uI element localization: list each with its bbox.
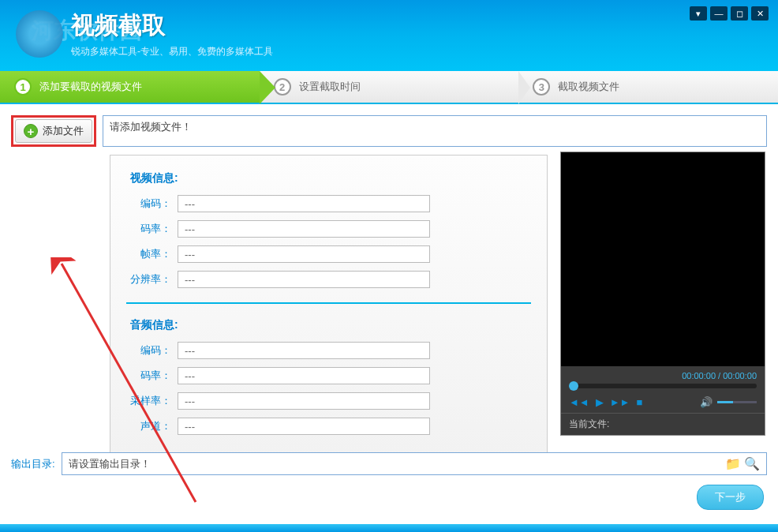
step-2-label: 设置截取时间 (299, 80, 361, 94)
video-codec-value: --- (178, 195, 430, 212)
video-bitrate-label: 码率： (130, 222, 178, 236)
video-resolution-row: 分辨率： --- (130, 271, 527, 288)
minimize-button[interactable]: — (710, 6, 728, 21)
browse-folder-icon[interactable]: 📁 (725, 456, 741, 471)
volume-slider[interactable] (717, 401, 757, 403)
divider (126, 302, 531, 304)
audio-info-title: 音频信息: (130, 318, 527, 332)
preview-controls: 00:00:00 / 00:00:00 ◄◄ ▶ ►► ■ 🔊 (561, 366, 765, 413)
play-icon[interactable]: ▶ (596, 396, 604, 408)
step-1-label: 添加要截取的视频文件 (39, 80, 142, 94)
window-controls: ▾ — ◻ ✕ (690, 6, 769, 21)
steps-bar: 1 添加要截取的视频文件 2 设置截取时间 3 截取视频文件 (0, 71, 778, 104)
file-path-field[interactable]: 请添加视频文件！ (103, 115, 767, 147)
add-file-label: 添加文件 (43, 124, 84, 138)
search-icon[interactable]: 🔍 (744, 456, 760, 471)
volume-icon[interactable]: 🔊 (700, 396, 713, 408)
audio-codec-value: --- (178, 342, 430, 359)
next-button[interactable]: 下一步 (697, 485, 764, 510)
plus-icon: + (24, 124, 38, 138)
dropdown-button[interactable]: ▾ (690, 6, 707, 21)
step-3-label: 截取视频文件 (558, 80, 619, 94)
preview-panel: 00:00:00 / 00:00:00 ◄◄ ▶ ►► ■ 🔊 当前文件: (560, 152, 765, 436)
video-fps-label: 帧率： (130, 247, 178, 261)
current-file-label: 当前文件: (569, 418, 609, 431)
video-info-title: 视频信息: (130, 171, 527, 185)
bottom-accent-bar (0, 524, 778, 532)
close-button[interactable]: ✕ (751, 6, 769, 21)
step-2-number: 2 (274, 78, 291, 96)
current-file-row: 当前文件: (561, 413, 765, 435)
rewind-icon[interactable]: ◄◄ (569, 396, 589, 408)
main-content: + 添加文件 请添加视频文件！ 视频信息: 编码： --- 码率： --- 帧率… (0, 104, 778, 532)
info-panel: 视频信息: 编码： --- 码率： --- 帧率： --- 分辨率： --- 音… (110, 155, 548, 455)
time-display: 00:00:00 / 00:00:00 (569, 371, 757, 380)
output-placeholder: 请设置输出目录！ (69, 457, 722, 471)
app-title: 视频截取 (71, 9, 273, 42)
audio-bitrate-row: 码率： --- (130, 367, 527, 384)
maximize-button[interactable]: ◻ (731, 6, 748, 21)
video-bitrate-row: 码率： --- (130, 220, 527, 238)
video-resolution-value: --- (178, 271, 430, 288)
video-resolution-label: 分辨率： (130, 272, 178, 287)
app-logo-icon (16, 10, 63, 58)
fastforward-icon[interactable]: ►► (610, 396, 630, 408)
step-1-number: 1 (14, 78, 32, 96)
output-label: 输出目录: (11, 457, 55, 471)
stop-icon[interactable]: ■ (636, 396, 642, 408)
output-row: 输出目录: 请设置输出目录！ 📁 🔍 (11, 452, 767, 475)
video-codec-row: 编码： --- (130, 195, 527, 212)
audio-samplerate-row: 采样率： --- (130, 392, 527, 410)
audio-samplerate-value: --- (178, 392, 430, 410)
step-3[interactable]: 3 截取视频文件 (518, 71, 778, 103)
header: 河东软件园 视频截取 锐动多媒体工具-专业、易用、免费的多媒体工具 ▾ — ◻ … (0, 0, 778, 71)
video-bitrate-value: --- (178, 220, 430, 238)
audio-channels-row: 声道： --- (130, 418, 527, 435)
video-fps-row: 帧率： --- (130, 245, 527, 263)
audio-bitrate-label: 码率： (130, 369, 178, 383)
audio-channels-value: --- (178, 418, 430, 435)
progress-bar[interactable] (569, 384, 757, 388)
audio-codec-row: 编码： --- (130, 342, 527, 359)
add-file-highlight: + 添加文件 (11, 115, 96, 147)
video-codec-label: 编码： (130, 197, 178, 211)
audio-bitrate-value: --- (178, 367, 430, 384)
app-subtitle: 锐动多媒体工具-专业、易用、免费的多媒体工具 (71, 45, 273, 58)
add-file-button[interactable]: + 添加文件 (15, 119, 92, 143)
audio-samplerate-label: 采样率： (130, 394, 178, 408)
output-path-field[interactable]: 请设置输出目录！ 📁 🔍 (62, 452, 767, 475)
preview-video-area (561, 152, 765, 366)
progress-thumb[interactable] (569, 381, 578, 391)
video-fps-value: --- (178, 245, 430, 263)
step-1[interactable]: 1 添加要截取的视频文件 (0, 71, 260, 103)
step-3-number: 3 (533, 78, 550, 96)
audio-codec-label: 编码： (130, 343, 178, 358)
step-2[interactable]: 2 设置截取时间 (260, 71, 519, 103)
audio-channels-label: 声道： (130, 419, 178, 433)
